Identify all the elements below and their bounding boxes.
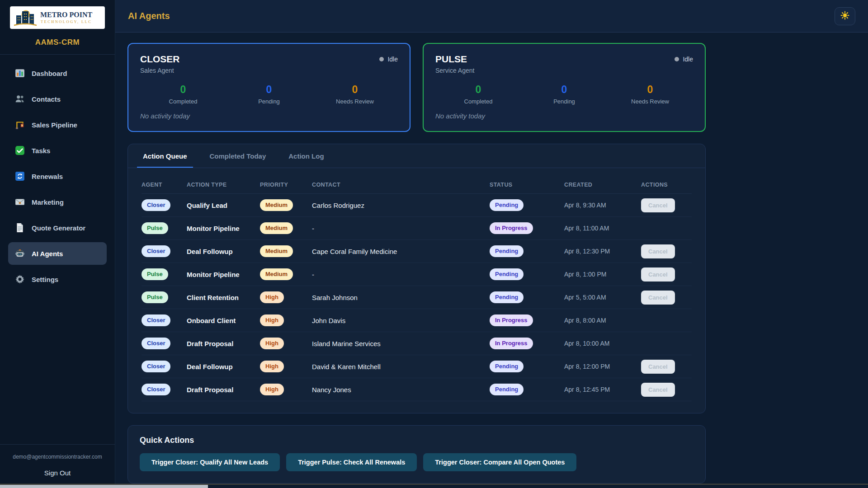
top-header: AI Agents xyxy=(115,0,868,33)
sidebar-item-marketing[interactable]: Marketing xyxy=(8,191,107,213)
agent-card-closer: CLOSER Sales Agent Idle 0Completed 0Pend… xyxy=(127,43,410,132)
column-header-agent: AGENT xyxy=(142,182,187,188)
table-row: CloserOnboard ClientHighJohn DavisIn Pro… xyxy=(142,309,692,332)
status-badge: Pending xyxy=(490,199,524,211)
cancel-button[interactable]: Cancel xyxy=(641,291,675,305)
sidebar-item-dashboard[interactable]: Dashboard xyxy=(8,62,107,84)
sidebar-item-contacts[interactable]: Contacts xyxy=(8,88,107,110)
cell-contact: Carlos Rodriguez xyxy=(312,202,490,209)
sidebar-item-label: Quote Generator xyxy=(32,224,85,232)
refresh-icon xyxy=(15,171,25,181)
stat-label: Pending xyxy=(521,98,607,105)
agent-status: Idle xyxy=(675,56,693,63)
horizontal-scrollbar-thumb[interactable] xyxy=(0,485,208,488)
agent-activity: No activity today xyxy=(435,112,693,120)
quick-actions-buttons: Trigger Closer: Qualify All New LeadsTri… xyxy=(140,453,693,471)
cancel-button[interactable]: Cancel xyxy=(641,360,675,374)
theme-toggle-button[interactable] xyxy=(835,7,855,25)
sidebar-item-label: Renewals xyxy=(32,173,63,180)
cell-action-type: Monitor Pipeline xyxy=(187,271,260,278)
bar-chart-icon xyxy=(15,68,25,78)
tab-completed-today[interactable]: Completed Today xyxy=(204,144,272,168)
sidebar-nav: DashboardContactsSales PipelineTasksRene… xyxy=(0,55,115,444)
agent-badge: Pulse xyxy=(142,291,168,303)
envelope-icon xyxy=(15,197,25,207)
cell-status: In Progress xyxy=(490,314,564,326)
status-label: Idle xyxy=(683,56,693,63)
tab-action-log[interactable]: Action Log xyxy=(283,144,330,168)
status-badge: Pending xyxy=(490,268,524,280)
cell-actions: Cancel xyxy=(641,244,692,258)
sidebar-item-settings[interactable]: Settings xyxy=(8,268,107,291)
tab-action-queue[interactable]: Action Queue xyxy=(137,144,193,168)
column-header-action-type: ACTION TYPE xyxy=(187,182,260,188)
sidebar-item-label: AI Agents xyxy=(32,250,63,258)
cell-contact: David & Karen Mitchell xyxy=(312,363,490,371)
priority-badge: High xyxy=(260,361,284,372)
stat-label: Needs Review xyxy=(607,98,693,105)
agent-stats: 0Completed 0Pending 0Needs Review xyxy=(435,84,693,105)
cell-contact: John Davis xyxy=(312,317,490,324)
table-row: PulseMonitor PipelineMedium-PendingApr 8… xyxy=(142,263,692,286)
table-row: CloserDeal FollowupMediumCape Coral Fami… xyxy=(142,240,692,263)
cell-created: Apr 8, 11:00 AM xyxy=(564,225,641,232)
column-header-priority: PRIORITY xyxy=(260,182,312,188)
agent-badge: Closer xyxy=(142,314,170,326)
quick-action-trigger-pulse-check-all-renewals[interactable]: Trigger Pulse: Check All Renewals xyxy=(286,453,417,471)
quick-actions-panel: Quick Actions Trigger Closer: Qualify Al… xyxy=(127,425,706,483)
quick-action-trigger-closer-qualify-all-new-leads[interactable]: Trigger Closer: Qualify All New Leads xyxy=(140,453,280,471)
sidebar-item-sales-pipeline[interactable]: Sales Pipeline xyxy=(8,113,107,136)
stat-value: 0 xyxy=(607,84,693,96)
cell-agent: Pulse xyxy=(142,268,187,280)
sidebar-item-renewals[interactable]: Renewals xyxy=(8,165,107,188)
sidebar-item-label: Settings xyxy=(32,276,58,283)
cell-priority: High xyxy=(260,384,312,395)
column-header-contact: CONTACT xyxy=(312,182,490,188)
sidebar-item-quote-generator[interactable]: Quote Generator xyxy=(8,216,107,239)
cancel-button[interactable]: Cancel xyxy=(641,267,675,282)
cell-priority: High xyxy=(260,314,312,326)
cell-contact: - xyxy=(312,225,490,232)
cell-priority: Medium xyxy=(260,245,312,257)
cell-agent: Closer xyxy=(142,361,187,372)
check-icon xyxy=(15,145,25,155)
cell-created: Apr 8, 8:00 AM xyxy=(564,317,641,324)
agent-badge: Closer xyxy=(142,384,170,395)
stat-value: 0 xyxy=(226,84,312,96)
table-row: CloserDeal FollowupHighDavid & Karen Mit… xyxy=(142,355,692,378)
user-email: demo@agentcommissiontracker.com xyxy=(4,454,111,460)
priority-badge: Medium xyxy=(260,268,293,280)
status-badge: Pending xyxy=(490,291,524,303)
sidebar-item-label: Dashboard xyxy=(32,70,67,77)
crane-icon xyxy=(15,120,25,130)
table-body: CloserQualify LeadMediumCarlos Rodriguez… xyxy=(142,194,692,401)
cell-action-type: Draft Proposal xyxy=(187,340,260,347)
cell-status: Pending xyxy=(490,384,564,395)
sidebar-item-ai-agents[interactable]: AI Agents xyxy=(8,242,107,265)
cancel-button[interactable]: Cancel xyxy=(641,198,675,212)
agent-activity: No activity today xyxy=(140,112,398,120)
sidebar-item-tasks[interactable]: Tasks xyxy=(8,139,107,162)
cell-priority: Medium xyxy=(260,268,312,280)
table-row: CloserQualify LeadMediumCarlos Rodriguez… xyxy=(142,194,692,217)
stat-value: 0 xyxy=(521,84,607,96)
main-area: AI Agents CLOSER Sales Agent xyxy=(115,0,868,488)
cell-agent: Closer xyxy=(142,245,187,257)
stat-label: Completed xyxy=(140,98,226,105)
quick-action-trigger-closer-compare-all-open-quotes[interactable]: Trigger Closer: Compare All Open Quotes xyxy=(423,453,576,471)
sidebar: METRO POINT TECHNOLOGY, LLC AAMS-CRM Das… xyxy=(0,0,115,488)
table-row: PulseMonitor PipelineMedium-In ProgressA… xyxy=(142,217,692,240)
cell-status: Pending xyxy=(490,245,564,257)
cell-status: Pending xyxy=(490,268,564,280)
priority-badge: High xyxy=(260,291,284,303)
cancel-button[interactable]: Cancel xyxy=(641,383,675,397)
stat-value: 0 xyxy=(140,84,226,96)
metro-point-logo-graphic: METRO POINT TECHNOLOGY, LLC xyxy=(12,8,103,28)
agent-badge: Pulse xyxy=(142,268,168,280)
sign-out-button[interactable]: Sign Out xyxy=(44,469,71,477)
cell-contact: Nancy Jones xyxy=(312,386,490,394)
cell-actions: Cancel xyxy=(641,267,692,282)
cell-agent: Closer xyxy=(142,384,187,395)
quick-actions-title: Quick Actions xyxy=(140,436,693,445)
cancel-button[interactable]: Cancel xyxy=(641,244,675,258)
